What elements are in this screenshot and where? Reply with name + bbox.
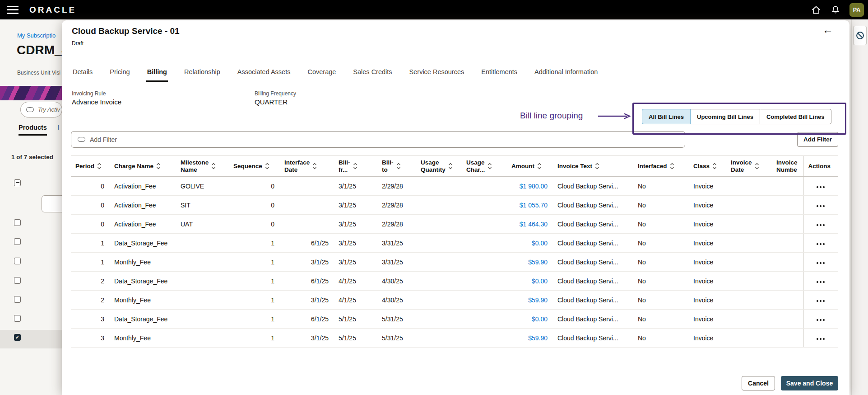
tab-details[interactable]: Details bbox=[72, 65, 93, 82]
row-actions-button[interactable] bbox=[813, 180, 828, 192]
column-header-amount[interactable]: Amount bbox=[507, 156, 553, 177]
home-icon[interactable] bbox=[811, 5, 822, 15]
row-actions-button[interactable] bbox=[813, 199, 828, 211]
column-header-class[interactable]: Class bbox=[689, 156, 726, 177]
column-header-bill-fr[interactable]: Bill- fr... bbox=[334, 156, 377, 177]
sort-icon bbox=[396, 162, 401, 170]
back-arrow-icon[interactable]: ← bbox=[820, 24, 836, 36]
cell-class: Invoice bbox=[689, 177, 726, 196]
background-search-input[interactable]: Try Activ bbox=[20, 102, 62, 118]
cell-interface-date: 6/1/25 bbox=[280, 272, 334, 291]
cell-usage-char bbox=[462, 215, 507, 234]
column-header-invoice-date[interactable]: Invoice Date bbox=[726, 156, 772, 177]
blocked-panel-button[interactable] bbox=[853, 26, 867, 45]
select-all-checkbox[interactable] bbox=[14, 179, 21, 186]
sort-icon bbox=[537, 162, 542, 170]
cell-milestone-name bbox=[176, 329, 229, 348]
column-header-usage-char[interactable]: Usage Char... bbox=[462, 156, 507, 177]
cell-sequence: 1 bbox=[229, 291, 280, 310]
column-header-period[interactable]: Period bbox=[71, 156, 110, 177]
row-checkbox[interactable] bbox=[14, 296, 21, 303]
row-actions-button[interactable] bbox=[813, 294, 828, 306]
field-label: Invoicing Rule bbox=[72, 90, 121, 97]
cell-amount[interactable]: $0.00 bbox=[507, 234, 553, 253]
row-actions-button[interactable] bbox=[813, 313, 828, 325]
cell-bill-fr: 5/1/25 bbox=[334, 310, 377, 329]
toggle-upcoming-bill-lines[interactable]: Upcoming Bill Lines bbox=[690, 109, 760, 124]
column-header-sequence[interactable]: Sequence bbox=[229, 156, 280, 177]
hamburger-menu-icon[interactable] bbox=[7, 6, 19, 14]
column-header-milestone-name[interactable]: Milestone Name bbox=[176, 156, 229, 177]
tab-relationship[interactable]: Relationship bbox=[183, 65, 221, 82]
cancel-button[interactable]: Cancel bbox=[742, 376, 775, 390]
user-avatar[interactable]: PA bbox=[849, 3, 864, 17]
cell-bill-fr: 3/1/25 bbox=[334, 215, 377, 234]
row-checkbox-checked[interactable] bbox=[14, 334, 21, 341]
cell-usage-quantity bbox=[416, 291, 462, 310]
row-checkbox[interactable] bbox=[14, 238, 21, 245]
cell-sequence: 0 bbox=[229, 215, 280, 234]
row-checkbox[interactable] bbox=[14, 258, 21, 264]
sort-icon bbox=[712, 162, 717, 170]
cell-period: 3 bbox=[71, 310, 110, 329]
row-actions-button[interactable] bbox=[813, 256, 828, 268]
cell-class: Invoice bbox=[689, 253, 726, 272]
cell-usage-quantity bbox=[416, 329, 462, 348]
cell-bill-to: 5/31/25 bbox=[377, 310, 416, 329]
tab-service-resources[interactable]: Service Resources bbox=[408, 65, 465, 82]
cell-amount[interactable]: $0.00 bbox=[507, 272, 553, 291]
row-checkbox[interactable] bbox=[14, 315, 21, 322]
row-checkbox[interactable] bbox=[14, 219, 21, 226]
add-filter-input[interactable]: Add Filter bbox=[71, 131, 685, 148]
cell-interfaced: No bbox=[633, 196, 689, 215]
column-header-bill-to[interactable]: Bill- to bbox=[377, 156, 416, 177]
cell-invoice-date bbox=[726, 291, 772, 310]
row-checkbox[interactable] bbox=[14, 277, 21, 284]
cell-amount[interactable]: $59.90 bbox=[507, 329, 553, 348]
cell-amount[interactable]: $59.90 bbox=[507, 291, 553, 310]
tab-entitlements[interactable]: Entitlements bbox=[480, 65, 518, 82]
sort-icon bbox=[265, 162, 269, 170]
annotation-label: Bill line grouping bbox=[520, 111, 583, 121]
notifications-bell-icon[interactable] bbox=[831, 5, 840, 15]
topbar-actions: PA bbox=[811, 3, 864, 17]
tab-billing[interactable]: Billing bbox=[146, 65, 168, 82]
column-header-interface-date[interactable]: Interface Date bbox=[280, 156, 334, 177]
row-actions-button[interactable] bbox=[813, 332, 828, 344]
column-header-invoice-numbe[interactable]: Invoice Numbe bbox=[772, 156, 803, 177]
cell-amount[interactable]: $1 055.70 bbox=[507, 196, 553, 215]
column-header-usage-quantity[interactable]: Usage Quantity bbox=[416, 156, 462, 177]
ellipsis-icon bbox=[817, 338, 825, 340]
column-header-charge-name[interactable]: Charge Name bbox=[110, 156, 176, 177]
save-and-close-button[interactable]: Save and Close bbox=[781, 376, 838, 390]
cell-amount[interactable]: $59.90 bbox=[507, 253, 553, 272]
add-filter-button[interactable]: Add Filter bbox=[797, 132, 838, 147]
tab-coverage[interactable]: Coverage bbox=[306, 65, 337, 82]
cell-period: 1 bbox=[71, 234, 110, 253]
field-value: Advance Invoice bbox=[72, 98, 121, 106]
toggle-all-bill-lines[interactable]: All Bill Lines bbox=[642, 109, 691, 124]
row-actions-button[interactable] bbox=[813, 275, 828, 287]
tab-sales-credits[interactable]: Sales Credits bbox=[352, 65, 393, 82]
column-header-interfaced[interactable]: Interfaced bbox=[633, 156, 689, 177]
tab-associated-assets[interactable]: Associated Assets bbox=[237, 65, 292, 82]
ellipsis-icon bbox=[817, 281, 825, 283]
row-actions-button[interactable] bbox=[813, 237, 828, 249]
column-header-invoice-text[interactable]: Invoice Text bbox=[553, 156, 633, 177]
cell-amount[interactable]: $0.00 bbox=[507, 310, 553, 329]
tab-pricing[interactable]: Pricing bbox=[109, 65, 130, 82]
tab-products[interactable]: Products bbox=[19, 124, 47, 136]
breadcrumb-link[interactable]: My Subscriptio bbox=[17, 32, 56, 39]
cell-bill-fr: 3/1/25 bbox=[334, 234, 377, 253]
tab-truncated[interactable]: I bbox=[57, 124, 59, 131]
row-actions-button[interactable] bbox=[813, 218, 828, 230]
cell-sequence: 0 bbox=[229, 196, 280, 215]
toggle-completed-bill-lines[interactable]: Completed Bill Lines bbox=[760, 109, 831, 124]
cell-amount[interactable]: $1 980.00 bbox=[507, 177, 553, 196]
cell-amount[interactable]: $1 464.30 bbox=[507, 215, 553, 234]
cell-interfaced: No bbox=[633, 329, 689, 348]
cell-invoice-date bbox=[726, 196, 772, 215]
tab-additional-information[interactable]: Additional Information bbox=[534, 65, 599, 82]
cell-actions bbox=[803, 310, 838, 329]
cell-usage-quantity bbox=[416, 177, 462, 196]
